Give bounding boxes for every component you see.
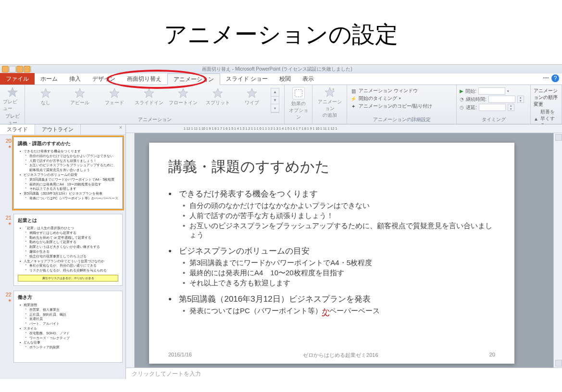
group-effect-options: 効果の オプション [285, 85, 312, 124]
slide-editor: 1 12 1 11 1 10 1 9 1 8 1 7 1 6 1 5 1 4 1… [126, 124, 562, 379]
svg-marker-3 [110, 88, 119, 98]
up-icon: ▲ [534, 116, 538, 122]
window-title: 画面切り替え - Microsoft PowerPoint (ライセンス認証に失… [202, 66, 352, 73]
group-timing: ▶開始:▾ ◔継続時間:▲▼ ◷遅延:▲▼ タイミング [457, 85, 531, 124]
add-animation-button[interactable]: + アニメーション の追加 [315, 87, 344, 119]
anim-スライドイン[interactable]: スライドイン [133, 88, 165, 106]
pane-icon: ▥ [350, 87, 357, 94]
group-preview: プレビュー プレビュー [0, 85, 25, 124]
group-animation-gallery: なしアピールフェードスライドインフロートインスプリットワイプ▲▼▾ アニメーショ… [25, 85, 285, 124]
play-icon: ▶ [460, 88, 463, 94]
thumb-number: 22✶ [3, 291, 12, 363]
tab-ホーム[interactable]: ホーム [35, 73, 63, 85]
tab-表示[interactable]: 表示 [297, 73, 320, 85]
tab-挿入[interactable]: 挿入 [63, 73, 87, 85]
group-label: アニメーション [28, 115, 281, 123]
add-animation-label: アニメーション の追加 [315, 98, 344, 119]
thumbnail-list[interactable]: 20✶講義・課題のすすめかたできるだけ発表する機会をつくります自分の頭のなかだけ… [0, 135, 125, 379]
anim-ワイプ[interactable]: ワイプ [236, 88, 268, 106]
slide-body[interactable]: できるだけ発表する機会をつくります自分の頭のなかだけではなかなかよいプランはでき… [168, 188, 495, 316]
slide-thumbnail[interactable]: 働き方就業形態自営業、個人事業主正社員、契約社員、嘱託派遣社員パート、アルバイト… [13, 291, 123, 363]
effect-options-icon [292, 87, 305, 99]
separator [31, 66, 31, 73]
anim-なし[interactable]: なし [30, 88, 62, 106]
star-icon [7, 87, 18, 98]
painter-icon: ✦ [350, 103, 357, 110]
duration-field[interactable] [488, 96, 515, 103]
animation-pane-button[interactable]: ▥アニメーション ウィンドウ [350, 87, 453, 95]
anim-アピール[interactable]: アピール [64, 88, 96, 106]
horizontal-ruler: 1 12 1 11 1 10 1 9 1 8 1 7 1 6 1 5 1 4 1… [126, 124, 562, 133]
svg-marker-2 [75, 88, 85, 98]
slide-canvas[interactable]: 講義・課題のすすめかた できるだけ発表する機会をつくります自分の頭のなかだけでは… [135, 133, 553, 368]
anim-フェード[interactable]: フェード [99, 88, 130, 106]
help-icon[interactable]: ? [551, 74, 559, 82]
gallery-more[interactable]: ▲▼▾ [271, 88, 279, 113]
page-heading: アニメーションの設定 [0, 0, 562, 64]
tab-outline[interactable]: アウトライン [35, 124, 81, 135]
vertical-ruler [126, 133, 135, 368]
delay-label: 遅延: [466, 104, 477, 111]
delay-icon: ◷ [460, 105, 464, 110]
svg-text:+: + [332, 87, 334, 92]
footer-page: 20 [489, 352, 495, 359]
trigger-button[interactable]: ⚡開始のタイミング▾ [350, 95, 453, 102]
qat-icon[interactable] [2, 66, 9, 73]
star-icon [212, 88, 223, 98]
anim-フロートイン[interactable]: フロートイン [167, 88, 199, 106]
star-icon [247, 88, 257, 98]
notes-pane[interactable]: クリックしてノートを入力 [126, 368, 562, 379]
footer-date: 2016/1/16 [168, 352, 192, 359]
powerpoint-window: 画面切り替え - Microsoft PowerPoint (ライセンス認証に失… [0, 64, 562, 379]
preview-label: プレビュー [3, 98, 22, 112]
slide-title[interactable]: 講義・課題のすすめかた [168, 157, 495, 177]
close-panel-icon[interactable]: × [116, 124, 125, 135]
group-advanced-animation: ▥アニメーション ウィンドウ ⚡開始のタイミング▾ ✦アニメーションのコピー/貼… [347, 85, 457, 124]
group-label: アニメーションの詳細設定 [350, 115, 453, 123]
clock-icon: ◔ [460, 97, 464, 102]
slide-footer: 2016/1/16 ゼロからはじめる起業ゼミ2016 20 [168, 352, 495, 359]
slide-thumbnail[interactable]: 講義・課題のすすめかたできるだけ発表する機会をつくります自分の頭のなかだけではな… [13, 137, 123, 209]
red-circle-annotation [107, 70, 207, 89]
slide-thumbnail[interactable]: 起業とは「起業」は人生の選択肢のひとつ就職せずにはじめから起業する勤め先を辞めて… [13, 214, 123, 286]
star-icon [144, 88, 154, 98]
svg-marker-0 [7, 87, 17, 97]
svg-marker-6 [213, 88, 223, 98]
redo-icon[interactable] [24, 66, 30, 73]
quick-access-toolbar[interactable] [0, 65, 31, 74]
undo-icon[interactable] [16, 66, 23, 73]
slides-panel: スライド アウトライン × 20✶講義・課題のすすめかたできるだけ発表する機会を… [0, 124, 126, 379]
start-dropdown[interactable] [478, 87, 505, 95]
minimize-ribbon-icon[interactable]: ᠁ [542, 74, 550, 82]
anim-スプリット[interactable]: スプリット [202, 88, 234, 106]
star-icon [75, 88, 85, 98]
delay-field[interactable] [479, 104, 506, 111]
reorder-title: アニメーションの順序変更 [534, 87, 559, 108]
slide[interactable]: 講義・課題のすすめかた できるだけ発表する機会をつくります自分の頭のなかだけでは… [149, 143, 514, 364]
tab-スライド ショー[interactable]: スライド ショー [220, 73, 274, 85]
preview-button[interactable]: プレビュー [3, 87, 22, 112]
spinner[interactable]: ▲▼ [517, 96, 524, 103]
save-icon[interactable] [9, 66, 16, 73]
workspace: スライド アウトライン × 20✶講義・課題のすすめかたできるだけ発表する機会を… [0, 124, 562, 379]
svg-marker-5 [178, 88, 188, 98]
tab-校閲[interactable]: 校閲 [274, 73, 297, 85]
tab-slides[interactable]: スライド [0, 124, 35, 135]
tab-file[interactable]: ファイル [0, 73, 35, 85]
ribbon-tabs: ファイル ホーム挿入デザイン画面切り替えアニメーションスライド ショー校閲表示 … [0, 74, 562, 85]
thumb-number: 21✶ [3, 214, 12, 286]
thumb-number: 20✶ [3, 137, 12, 209]
effect-options-label: 効果の オプション [287, 100, 309, 121]
svg-marker-4 [144, 88, 153, 98]
spinner[interactable]: ▲▼ [508, 104, 514, 111]
star-plus-icon: + [325, 87, 335, 98]
animation-painter-button[interactable]: ✦アニメーションのコピー/貼り付け [350, 102, 453, 110]
vertical-scrollbar[interactable] [553, 133, 562, 368]
trigger-icon: ⚡ [350, 95, 357, 102]
group-label [315, 122, 344, 123]
star-icon [40, 88, 51, 98]
ribbon: プレビュー プレビュー なしアピールフェードスライドインフロートインスプリットワ… [0, 85, 562, 124]
effect-options-button[interactable]: 効果の オプション [287, 87, 309, 121]
titlebar: 画面切り替え - Microsoft PowerPoint (ライセンス認証に失… [0, 65, 562, 74]
group-label: タイミング [460, 115, 527, 123]
